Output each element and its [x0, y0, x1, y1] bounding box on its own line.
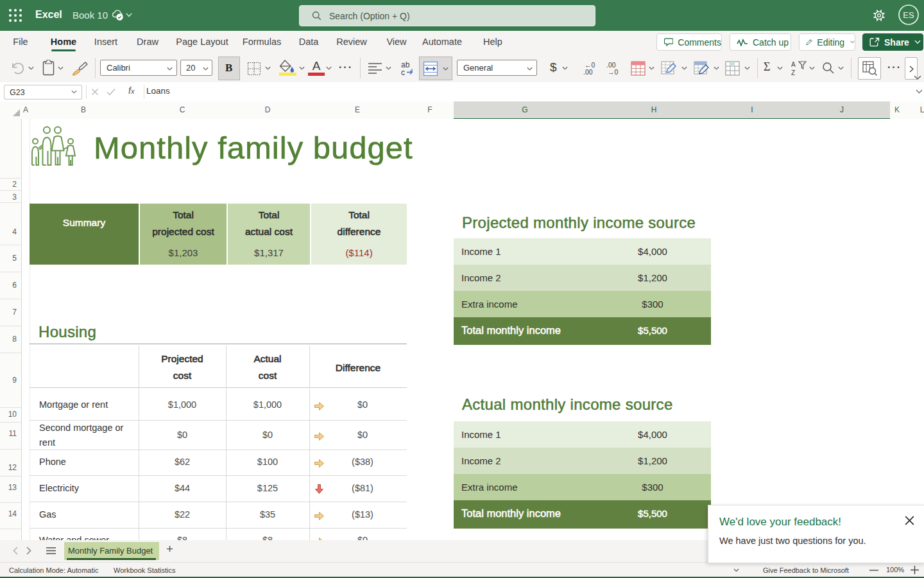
svg-text:A: A: [791, 61, 796, 68]
svg-text:A: A: [312, 59, 321, 73]
svg-text:→0: →0: [608, 68, 619, 76]
svg-text:ES: ES: [903, 10, 914, 20]
svg-text:c: c: [401, 68, 405, 76]
svg-text:Z: Z: [791, 69, 795, 76]
svg-text:.00: .00: [583, 68, 593, 76]
